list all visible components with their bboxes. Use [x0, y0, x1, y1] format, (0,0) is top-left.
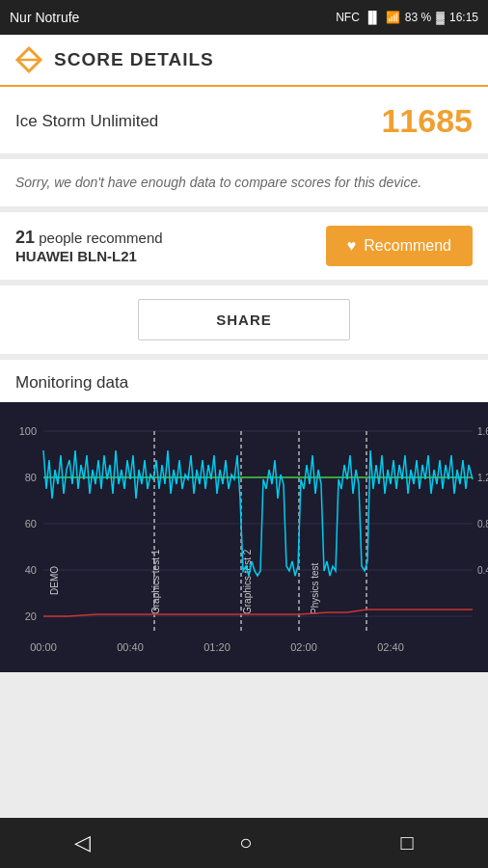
svg-text:Graphics test 1: Graphics test 1 — [150, 549, 161, 614]
svg-text:02:40: 02:40 — [377, 641, 404, 653]
header: SCORE DETAILS — [0, 35, 488, 87]
svg-text:0.4GHz: 0.4GHz — [477, 565, 488, 576]
battery-text: 83 % — [405, 11, 431, 24]
nfc-icon: NFC — [336, 11, 360, 24]
svg-text:Physics test: Physics test — [310, 562, 320, 614]
svg-text:02:00: 02:00 — [290, 641, 317, 653]
recommend-button[interactable]: ♥ Recommend — [326, 226, 473, 266]
recommend-count: 21 people recommend — [15, 228, 163, 248]
recommend-button-label: Recommend — [364, 237, 451, 255]
info-card: Sorry, we don't have enough data to comp… — [0, 159, 488, 212]
svg-text:40: 40 — [25, 564, 37, 576]
app-logo — [14, 44, 44, 75]
page-title: SCORE DETAILS — [54, 49, 214, 70]
status-icons: NFC ▐▌ 📶 83 % ▓ 16:15 — [336, 11, 478, 24]
status-bar: Nur Notrufe NFC ▐▌ 📶 83 % ▓ 16:15 — [0, 0, 488, 35]
svg-text:DEMO: DEMO — [49, 566, 60, 595]
info-text: Sorry, we don't have enough data to comp… — [15, 173, 473, 193]
svg-text:100: 100 — [19, 425, 37, 437]
svg-rect-2 — [0, 402, 488, 672]
svg-text:1.2GHz: 1.2GHz — [477, 473, 488, 483]
signal-icon: ▐▌ — [365, 11, 381, 24]
score-card: Ice Storm Unlimited 11685 — [0, 87, 488, 159]
svg-text:80: 80 — [25, 472, 37, 483]
share-button-label: SHARE — [216, 312, 272, 328]
svg-text:Graphics test 2: Graphics test 2 — [242, 549, 253, 614]
bottom-nav: ◁ ○ □ — [0, 818, 488, 868]
recommend-count-label: people recommend — [39, 230, 162, 246]
share-card: SHARE — [0, 285, 488, 360]
svg-text:0.8GHz: 0.8GHz — [477, 519, 488, 529]
back-button[interactable]: ◁ — [55, 823, 110, 863]
recommend-number: 21 — [15, 228, 35, 247]
benchmark-name: Ice Storm Unlimited — [15, 112, 158, 131]
recommend-card: 21 people recommend HUAWEI BLN-L21 ♥ Rec… — [0, 212, 488, 285]
monitoring-card: Monitoring data 100 80 60 40 20 — [0, 360, 488, 672]
monitoring-chart: 100 80 60 40 20 1.6GHz 1.2GHz 0.8GHz 0.4… — [0, 402, 488, 672]
svg-text:00:40: 00:40 — [117, 641, 144, 653]
recommend-device: HUAWEI BLN-L21 — [15, 248, 163, 264]
home-button[interactable]: ○ — [220, 823, 271, 863]
main-content: Ice Storm Unlimited 11685 Sorry, we don'… — [0, 87, 488, 818]
monitoring-title: Monitoring data — [0, 373, 488, 402]
svg-text:60: 60 — [25, 518, 37, 529]
svg-text:00:00: 00:00 — [30, 641, 57, 653]
battery-icon: ▓ — [436, 11, 445, 24]
svg-text:01:20: 01:20 — [203, 641, 230, 653]
recent-button[interactable]: □ — [382, 823, 433, 863]
benchmark-score: 11685 — [381, 102, 473, 140]
recommend-info: 21 people recommend HUAWEI BLN-L21 — [15, 228, 163, 264]
chart-container: 100 80 60 40 20 1.6GHz 1.2GHz 0.8GHz 0.4… — [0, 402, 488, 672]
wifi-icon: 📶 — [386, 11, 400, 24]
svg-text:1.6GHz: 1.6GHz — [477, 426, 488, 437]
time-text: 16:15 — [449, 11, 478, 24]
heart-icon: ♥ — [347, 237, 357, 255]
svg-text:20: 20 — [25, 610, 37, 622]
carrier-text: Nur Notrufe — [10, 10, 79, 25]
share-button[interactable]: SHARE — [138, 299, 350, 340]
